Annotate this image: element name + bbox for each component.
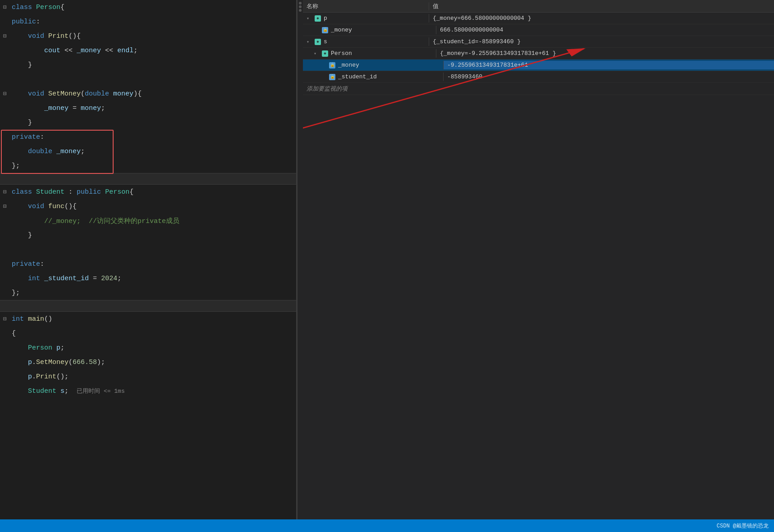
watch-name-s[interactable]: ▾ ◈ s	[303, 37, 429, 46]
watch-name-s-student-id[interactable]: 🔒 _student_id	[317, 73, 444, 81]
watch-value-s-student-id: -858993460	[444, 73, 774, 81]
code-line: Person p;	[0, 341, 296, 355]
code-content: };	[10, 162, 296, 170]
center-gutter	[298, 0, 303, 532]
gutter-dot	[299, 2, 302, 5]
watch-value-s-person: {_money=-9.2559631349317831e+61 }	[436, 49, 774, 58]
code-content: class Person{	[10, 4, 296, 11]
code-line: p.Print();	[0, 369, 296, 384]
watch-row-s[interactable]: ▾ ◈ s {_student_id=-858993460 }	[303, 36, 774, 48]
code-content: }	[10, 119, 296, 127]
gutter-dot	[299, 5, 302, 8]
code-line: ⊟ int main()	[0, 312, 296, 326]
collapse-icon[interactable]: ⊟	[0, 203, 10, 210]
code-line: cout << _money << endl;	[0, 43, 296, 58]
watch-add-label[interactable]: 添加要监视的项	[303, 83, 351, 95]
collapse-icon[interactable]: ⊟	[0, 32, 10, 40]
code-content: p.SetMoney(666.58);	[10, 359, 296, 366]
var-icon: 🔒	[329, 74, 335, 80]
code-line: private:	[0, 130, 296, 144]
watch-value-s-money: -9.2559631349317831e+61	[444, 61, 774, 69]
gutter-dot	[299, 9, 302, 12]
code-line: };	[0, 159, 296, 173]
code-content: {	[10, 330, 296, 337]
watch-value-p: {_money=666.58000000000004 }	[429, 14, 774, 23]
watch-panel: 名称 值 ▾ ◈ p {_money=666.58000000000004 } …	[303, 0, 774, 532]
code-panel: ⊟ class Person{ public: ⊟ void Print(){ …	[0, 0, 298, 532]
code-line: ⊟ void Print(){	[0, 29, 296, 43]
code-line	[0, 72, 296, 86]
code-content: Student s; 已用时间 <= 1ms	[10, 387, 296, 395]
code-line: //_money; //访问父类种的private成员	[0, 214, 296, 228]
code-content: int main()	[10, 315, 296, 323]
collapse-icon[interactable]: ⊟	[0, 4, 10, 11]
watch-col-name: 名称	[303, 2, 429, 10]
code-line: ⊟ class Student : public Person{	[0, 185, 296, 199]
code-content: }	[10, 61, 296, 69]
code-content: class Student : public Person{	[10, 188, 296, 196]
collapse-icon[interactable]: ⊟	[0, 188, 10, 196]
collapse-icon[interactable]: ⊟	[0, 315, 10, 323]
code-line: }	[0, 228, 296, 242]
code-line: ⊟ class Person{	[0, 0, 296, 14]
code-line: {	[0, 326, 296, 341]
branding: CSDN @戴墨镜的恐龙	[717, 522, 769, 530]
obj-icon: ◈	[322, 50, 328, 57]
code-content: void func(){	[10, 203, 296, 210]
code-content: cout << _money << endl;	[10, 47, 296, 55]
watch-header: 名称 值	[303, 0, 774, 13]
watch-row-p-money[interactable]: 🔒 _money 666.58000000000004	[303, 24, 774, 36]
code-line: ⊟ void func(){	[0, 199, 296, 214]
code-line: _money = money;	[0, 101, 296, 115]
watch-col-value: 值	[429, 2, 774, 10]
watch-row-s-person[interactable]: ▾ ◈ Person {_money=-9.2559631349317831e+…	[303, 48, 774, 59]
expand-icon[interactable]: ▾	[307, 16, 313, 21]
code-line: private:	[0, 257, 296, 271]
watch-name-p-money[interactable]: 🔒 _money	[310, 26, 436, 34]
watch-name-s-person[interactable]: ▾ ◈ Person	[310, 49, 436, 58]
watch-row-s-money[interactable]: 🔒 _money -9.2559631349317831e+61	[303, 59, 774, 71]
watch-value-s: {_student_id=-858993460 }	[429, 37, 774, 46]
var-icon: 🔒	[322, 27, 328, 33]
code-line: ⊟ void SetMoney(double money){	[0, 86, 296, 101]
code-content: private:	[10, 260, 296, 268]
code-content: private:	[10, 133, 296, 141]
status-bar: CSDN @戴墨镜的恐龙	[303, 519, 774, 532]
watch-value-p-money: 666.58000000000004	[436, 26, 774, 34]
code-line: p.SetMoney(666.58);	[0, 355, 296, 369]
code-content: void SetMoney(double money){	[10, 90, 296, 98]
watch-add-row[interactable]: 添加要监视的项	[303, 83, 774, 95]
code-line: }	[0, 115, 296, 130]
code-content: //_money; //访问父类种的private成员	[10, 217, 296, 225]
code-divider	[0, 300, 296, 312]
code-content: void Print(){	[10, 32, 296, 40]
code-line	[0, 242, 296, 257]
code-content: int _student_id = 2024;	[10, 275, 296, 282]
code-content: _money = money;	[10, 105, 296, 112]
code-content: public:	[10, 18, 296, 26]
code-line: public:	[0, 14, 296, 29]
code-content: p.Print();	[10, 373, 296, 381]
code-line: }	[0, 58, 296, 72]
code-line: double _money;	[0, 144, 296, 159]
code-content: Person p;	[10, 344, 296, 352]
code-line: Student s; 已用时间 <= 1ms	[0, 384, 296, 398]
expand-icon[interactable]: ▾	[307, 39, 313, 45]
code-content: }	[10, 232, 296, 239]
watch-row-s-student-id[interactable]: 🔒 _student_id -858993460	[303, 71, 774, 83]
obj-icon: ◈	[315, 15, 321, 22]
code-content: double _money;	[10, 148, 296, 155]
code-divider	[0, 173, 296, 185]
code-content: };	[10, 289, 296, 297]
code-line: };	[0, 286, 296, 300]
code-line: int _student_id = 2024;	[0, 271, 296, 286]
obj-icon: ◈	[315, 39, 321, 45]
watch-name-p[interactable]: ▾ ◈ p	[303, 14, 429, 23]
watch-row-p[interactable]: ▾ ◈ p {_money=666.58000000000004 }	[303, 13, 774, 24]
expand-icon[interactable]: ▾	[314, 51, 320, 56]
watch-name-s-money[interactable]: 🔒 _money	[317, 61, 444, 69]
var-icon: 🔒	[329, 62, 335, 68]
collapse-icon[interactable]: ⊟	[0, 90, 10, 97]
